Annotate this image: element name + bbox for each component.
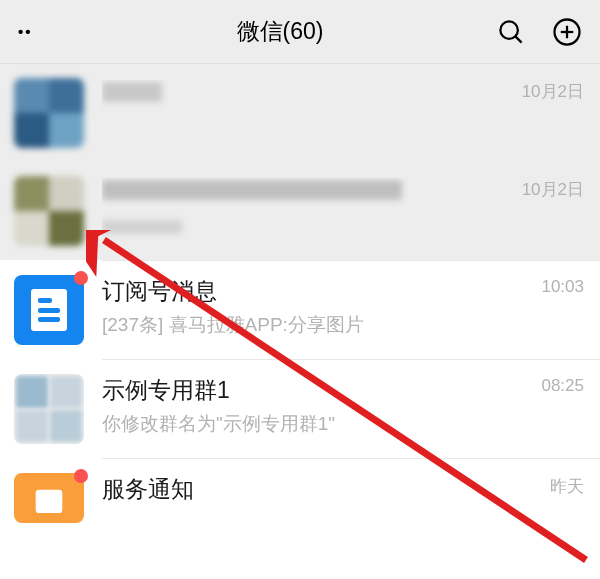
avatar (14, 374, 84, 444)
chat-name: 订阅号消息 (102, 277, 531, 307)
avatar (14, 473, 84, 523)
chat-content: 10月2日 (102, 176, 584, 241)
svg-point-0 (500, 21, 518, 39)
chat-name: 服务通知 (102, 475, 540, 505)
avatar (14, 78, 84, 148)
app-title: 微信(60) (68, 16, 492, 47)
chat-time: 10月2日 (522, 178, 584, 201)
chat-item[interactable]: 10月2日 (0, 64, 600, 162)
unread-badge (74, 469, 88, 483)
header-bar: •• 微信(60) (0, 0, 600, 64)
dots-icon[interactable]: •• (18, 23, 33, 40)
chat-preview: [237条] 喜马拉雅APP:分享图片 (102, 313, 584, 338)
chat-preview (102, 214, 584, 241)
chat-name (102, 80, 512, 110)
chat-item[interactable]: 服务通知 昨天 (0, 459, 600, 523)
svg-line-1 (515, 36, 521, 42)
chat-name (102, 178, 512, 208)
chat-content: 服务通知 昨天 (102, 473, 584, 511)
header-actions (492, 17, 582, 47)
chat-content: 示例专用群1 08:25 你修改群名为"示例专用群1" (102, 374, 584, 437)
chat-time: 昨天 (550, 475, 584, 498)
avatar (14, 275, 84, 345)
chat-preview: 你修改群名为"示例专用群1" (102, 412, 584, 437)
plus-circle-icon[interactable] (552, 17, 582, 47)
chat-item[interactable]: 订阅号消息 10:03 [237条] 喜马拉雅APP:分享图片 (0, 261, 600, 359)
chat-content: 订阅号消息 10:03 [237条] 喜马拉雅APP:分享图片 (102, 275, 584, 338)
chat-time: 08:25 (541, 376, 584, 396)
search-icon[interactable] (496, 17, 526, 47)
chat-content: 10月2日 (102, 78, 584, 116)
chat-item[interactable]: 10月2日 (0, 162, 600, 260)
chat-time: 10:03 (541, 277, 584, 297)
chat-item[interactable]: 示例专用群1 08:25 你修改群名为"示例专用群1" (0, 360, 600, 458)
svg-rect-5 (36, 490, 63, 513)
unread-badge (74, 271, 88, 285)
chat-list: 10月2日 10月2日 订阅号消息 10:03 [237 (0, 64, 600, 523)
avatar (14, 176, 84, 246)
chat-time: 10月2日 (522, 80, 584, 103)
chat-name: 示例专用群1 (102, 376, 531, 406)
header-left: •• (18, 23, 68, 40)
